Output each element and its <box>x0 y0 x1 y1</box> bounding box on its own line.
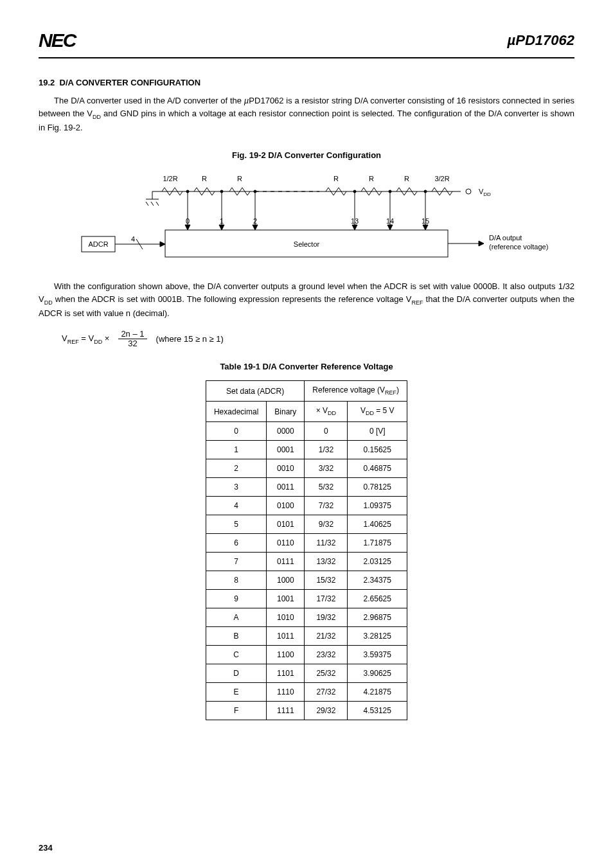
label-out2: (reference voltage) <box>489 243 548 251</box>
svg-marker-32 <box>160 242 165 247</box>
cell-bin: 1000 <box>267 571 305 590</box>
cell-bin: 1011 <box>267 627 305 646</box>
cell-xvdd: 9/32 <box>305 515 348 534</box>
formula: VREF = VDD × 2n – 1 32 (where 15 ≥ n ≥ 1… <box>62 330 574 349</box>
tap-0: 0 <box>186 217 190 225</box>
cell-v: 2.65625 <box>348 590 407 608</box>
label-r-half: 1/2R <box>163 175 177 182</box>
label-r4: R <box>369 175 374 182</box>
tap-13: 13 <box>351 217 359 225</box>
cell-hex: C <box>206 646 266 664</box>
cell-v: 4.53125 <box>348 702 407 720</box>
cell-bin: 1111 <box>267 702 305 720</box>
cell-hex: 4 <box>206 497 266 515</box>
label-vdd: VDD <box>479 188 491 197</box>
cell-hex: 7 <box>206 553 266 571</box>
cell-hex: B <box>206 627 266 646</box>
svg-point-22 <box>254 190 256 193</box>
cell-v: 2.03125 <box>348 553 407 571</box>
cell-v: 2.34375 <box>348 571 407 590</box>
table-row: 9100117/322.65625 <box>206 590 407 608</box>
svg-marker-28 <box>479 241 484 246</box>
page-header: NEC µPD17062 <box>39 26 574 58</box>
cell-xvdd: 29/32 <box>305 702 348 720</box>
cell-hex: D <box>206 664 266 683</box>
cell-v: 0.46875 <box>348 459 407 478</box>
product-text: PD17062 <box>515 32 574 48</box>
table-row: 8100015/322.34375 <box>206 571 407 590</box>
cell-v: 1.71875 <box>348 534 407 553</box>
table-row: 100011/320.15625 <box>206 441 407 459</box>
svg-marker-19 <box>423 225 428 230</box>
svg-marker-17 <box>387 225 393 230</box>
cell-hex: E <box>206 683 266 702</box>
logo: NEC <box>39 26 75 55</box>
cell-bin: 1100 <box>267 646 305 664</box>
label-adcr-width: 4 <box>131 235 135 243</box>
table-row: 200103/320.46875 <box>206 459 407 478</box>
cell-hex: A <box>206 608 266 627</box>
table-row: F111129/324.53125 <box>206 702 407 720</box>
table-row: 0000000 [V] <box>206 422 407 441</box>
cell-xvdd: 17/32 <box>305 590 348 608</box>
tap-2: 2 <box>253 217 257 225</box>
th-bin: Binary <box>267 402 305 422</box>
cell-bin: 0111 <box>267 553 305 571</box>
cell-v: 1.09375 <box>348 497 407 515</box>
svg-line-5 <box>151 202 154 206</box>
cell-bin: 1001 <box>267 590 305 608</box>
table-row: 300115/320.78125 <box>206 478 407 497</box>
label-r2: R <box>237 175 242 182</box>
cell-hex: 1 <box>206 441 266 459</box>
cell-xvdd: 5/32 <box>305 478 348 497</box>
cell-hex: 0 <box>206 422 266 441</box>
svg-point-25 <box>424 190 427 193</box>
formula-where: (where 15 ≥ n ≥ 1) <box>156 333 224 346</box>
label-r3: R <box>333 175 339 182</box>
th-hex: Hexadecimal <box>206 402 266 422</box>
cell-bin: 1110 <box>267 683 305 702</box>
table-row: B101121/323.28125 <box>206 627 407 646</box>
th-set-data: Set data (ADCR) <box>206 381 304 402</box>
cell-xvdd: 21/32 <box>305 627 348 646</box>
da-converter-diagram: 1/2R R R R R R 3/2R VDD 0 1 2 13 14 15 A… <box>43 172 570 269</box>
table-row: E111027/324.21875 <box>206 683 407 702</box>
section-number: 19.2 <box>39 78 55 87</box>
cell-xvdd: 27/32 <box>305 683 348 702</box>
svg-marker-13 <box>253 225 258 230</box>
th-xvdd: × VDD <box>305 402 348 422</box>
svg-marker-11 <box>219 225 224 230</box>
svg-point-21 <box>220 190 223 193</box>
cell-bin: 0011 <box>267 478 305 497</box>
table-row: A101019/322.96875 <box>206 608 407 627</box>
cell-v: 2.96875 <box>348 608 407 627</box>
cell-v: 1.40625 <box>348 515 407 534</box>
table-row: 7011113/322.03125 <box>206 553 407 571</box>
cell-hex: 8 <box>206 571 266 590</box>
table-row: D110125/323.90625 <box>206 664 407 683</box>
mu-glyph: µ <box>508 32 516 48</box>
cell-v: 0.15625 <box>348 441 407 459</box>
label-r5: R <box>404 175 409 182</box>
th-ref-voltage: Reference voltage (VREF) <box>305 381 407 402</box>
th-vdd5: VDD = 5 V <box>348 402 407 422</box>
table-row: 501019/321.40625 <box>206 515 407 534</box>
dac-reference-table: Set data (ADCR) Reference voltage (VREF)… <box>206 380 407 720</box>
cell-v: 0 [V] <box>348 422 407 441</box>
cell-bin: 0001 <box>267 441 305 459</box>
cell-xvdd: 13/32 <box>305 553 348 571</box>
cell-v: 0.78125 <box>348 478 407 497</box>
cell-hex: 9 <box>206 590 266 608</box>
body-paragraph-2: With the configuration shown above, the … <box>39 280 574 321</box>
cell-hex: 6 <box>206 534 266 553</box>
svg-marker-9 <box>185 225 190 230</box>
svg-point-20 <box>186 190 189 193</box>
cell-bin: 0010 <box>267 459 305 478</box>
formula-fraction: 2n – 1 32 <box>118 330 147 349</box>
cell-hex: 2 <box>206 459 266 478</box>
cell-bin: 0110 <box>267 534 305 553</box>
cell-xvdd: 1/32 <box>305 441 348 459</box>
cell-bin: 0000 <box>267 422 305 441</box>
table-row: 6011011/321.71875 <box>206 534 407 553</box>
section-title: D/A CONVERTER CONFIGURATION <box>60 78 201 87</box>
